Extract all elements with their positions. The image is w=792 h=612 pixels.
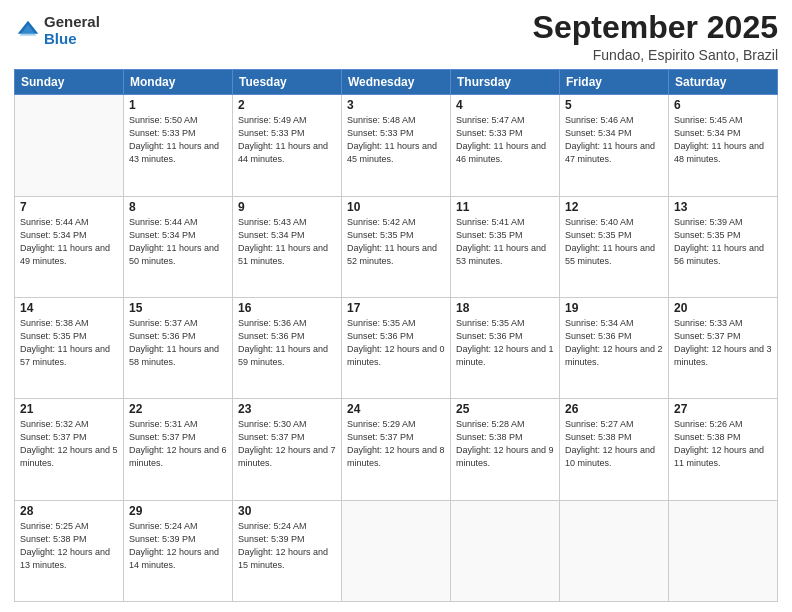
col-thursday: Thursday [451,70,560,95]
month-title: September 2025 [533,10,778,45]
day-info: Sunrise: 5:29 AMSunset: 5:37 PMDaylight:… [347,418,445,470]
day-info: Sunrise: 5:31 AMSunset: 5:37 PMDaylight:… [129,418,227,470]
table-cell: 25Sunrise: 5:28 AMSunset: 5:38 PMDayligh… [451,399,560,500]
day-number: 16 [238,301,336,315]
day-info: Sunrise: 5:33 AMSunset: 5:37 PMDaylight:… [674,317,772,369]
day-number: 4 [456,98,554,112]
table-cell: 28Sunrise: 5:25 AMSunset: 5:38 PMDayligh… [15,500,124,601]
table-cell: 24Sunrise: 5:29 AMSunset: 5:37 PMDayligh… [342,399,451,500]
col-sunday: Sunday [15,70,124,95]
day-number: 22 [129,402,227,416]
table-cell: 20Sunrise: 5:33 AMSunset: 5:37 PMDayligh… [669,297,778,398]
day-number: 25 [456,402,554,416]
day-info: Sunrise: 5:41 AMSunset: 5:35 PMDaylight:… [456,216,554,268]
day-info: Sunrise: 5:27 AMSunset: 5:38 PMDaylight:… [565,418,663,470]
day-info: Sunrise: 5:32 AMSunset: 5:37 PMDaylight:… [20,418,118,470]
day-number: 24 [347,402,445,416]
col-friday: Friday [560,70,669,95]
day-info: Sunrise: 5:30 AMSunset: 5:37 PMDaylight:… [238,418,336,470]
day-number: 6 [674,98,772,112]
table-cell: 1Sunrise: 5:50 AMSunset: 5:33 PMDaylight… [124,95,233,196]
day-number: 5 [565,98,663,112]
table-cell: 9Sunrise: 5:43 AMSunset: 5:34 PMDaylight… [233,196,342,297]
table-cell: 7Sunrise: 5:44 AMSunset: 5:34 PMDaylight… [15,196,124,297]
day-info: Sunrise: 5:43 AMSunset: 5:34 PMDaylight:… [238,216,336,268]
table-cell: 17Sunrise: 5:35 AMSunset: 5:36 PMDayligh… [342,297,451,398]
table-cell: 27Sunrise: 5:26 AMSunset: 5:38 PMDayligh… [669,399,778,500]
day-info: Sunrise: 5:28 AMSunset: 5:38 PMDaylight:… [456,418,554,470]
day-number: 9 [238,200,336,214]
day-number: 26 [565,402,663,416]
table-cell: 12Sunrise: 5:40 AMSunset: 5:35 PMDayligh… [560,196,669,297]
day-number: 28 [20,504,118,518]
logo-text: General Blue [44,14,100,47]
table-cell: 18Sunrise: 5:35 AMSunset: 5:36 PMDayligh… [451,297,560,398]
day-number: 30 [238,504,336,518]
table-cell: 30Sunrise: 5:24 AMSunset: 5:39 PMDayligh… [233,500,342,601]
header: General Blue September 2025 Fundao, Espi… [14,10,778,63]
table-cell: 8Sunrise: 5:44 AMSunset: 5:34 PMDaylight… [124,196,233,297]
day-number: 21 [20,402,118,416]
table-cell [560,500,669,601]
table-cell: 6Sunrise: 5:45 AMSunset: 5:34 PMDaylight… [669,95,778,196]
week-row-1: 1Sunrise: 5:50 AMSunset: 5:33 PMDaylight… [15,95,778,196]
col-tuesday: Tuesday [233,70,342,95]
table-cell: 19Sunrise: 5:34 AMSunset: 5:36 PMDayligh… [560,297,669,398]
week-row-5: 28Sunrise: 5:25 AMSunset: 5:38 PMDayligh… [15,500,778,601]
location-subtitle: Fundao, Espirito Santo, Brazil [533,47,778,63]
day-info: Sunrise: 5:24 AMSunset: 5:39 PMDaylight:… [129,520,227,572]
week-row-4: 21Sunrise: 5:32 AMSunset: 5:37 PMDayligh… [15,399,778,500]
day-info: Sunrise: 5:48 AMSunset: 5:33 PMDaylight:… [347,114,445,166]
table-cell [342,500,451,601]
logo: General Blue [14,14,100,47]
week-row-3: 14Sunrise: 5:38 AMSunset: 5:35 PMDayligh… [15,297,778,398]
table-cell: 22Sunrise: 5:31 AMSunset: 5:37 PMDayligh… [124,399,233,500]
day-info: Sunrise: 5:35 AMSunset: 5:36 PMDaylight:… [456,317,554,369]
day-number: 19 [565,301,663,315]
col-saturday: Saturday [669,70,778,95]
day-info: Sunrise: 5:36 AMSunset: 5:36 PMDaylight:… [238,317,336,369]
day-info: Sunrise: 5:44 AMSunset: 5:34 PMDaylight:… [129,216,227,268]
logo-icon [14,17,42,45]
table-cell [669,500,778,601]
table-cell: 3Sunrise: 5:48 AMSunset: 5:33 PMDaylight… [342,95,451,196]
day-info: Sunrise: 5:49 AMSunset: 5:33 PMDaylight:… [238,114,336,166]
col-monday: Monday [124,70,233,95]
day-info: Sunrise: 5:40 AMSunset: 5:35 PMDaylight:… [565,216,663,268]
day-number: 11 [456,200,554,214]
day-number: 27 [674,402,772,416]
day-info: Sunrise: 5:34 AMSunset: 5:36 PMDaylight:… [565,317,663,369]
table-cell [15,95,124,196]
day-number: 17 [347,301,445,315]
day-info: Sunrise: 5:25 AMSunset: 5:38 PMDaylight:… [20,520,118,572]
day-info: Sunrise: 5:24 AMSunset: 5:39 PMDaylight:… [238,520,336,572]
table-cell [451,500,560,601]
day-info: Sunrise: 5:39 AMSunset: 5:35 PMDaylight:… [674,216,772,268]
day-info: Sunrise: 5:47 AMSunset: 5:33 PMDaylight:… [456,114,554,166]
table-cell: 23Sunrise: 5:30 AMSunset: 5:37 PMDayligh… [233,399,342,500]
table-cell: 29Sunrise: 5:24 AMSunset: 5:39 PMDayligh… [124,500,233,601]
title-block: September 2025 Fundao, Espirito Santo, B… [533,10,778,63]
day-number: 14 [20,301,118,315]
table-cell: 11Sunrise: 5:41 AMSunset: 5:35 PMDayligh… [451,196,560,297]
day-info: Sunrise: 5:26 AMSunset: 5:38 PMDaylight:… [674,418,772,470]
day-number: 8 [129,200,227,214]
day-info: Sunrise: 5:35 AMSunset: 5:36 PMDaylight:… [347,317,445,369]
day-number: 13 [674,200,772,214]
day-info: Sunrise: 5:45 AMSunset: 5:34 PMDaylight:… [674,114,772,166]
day-number: 18 [456,301,554,315]
logo-general: General [44,14,100,31]
table-cell: 2Sunrise: 5:49 AMSunset: 5:33 PMDaylight… [233,95,342,196]
logo-blue: Blue [44,31,100,48]
day-info: Sunrise: 5:37 AMSunset: 5:36 PMDaylight:… [129,317,227,369]
day-info: Sunrise: 5:44 AMSunset: 5:34 PMDaylight:… [20,216,118,268]
table-cell: 5Sunrise: 5:46 AMSunset: 5:34 PMDaylight… [560,95,669,196]
table-cell: 10Sunrise: 5:42 AMSunset: 5:35 PMDayligh… [342,196,451,297]
day-info: Sunrise: 5:38 AMSunset: 5:35 PMDaylight:… [20,317,118,369]
header-row: Sunday Monday Tuesday Wednesday Thursday… [15,70,778,95]
day-number: 1 [129,98,227,112]
day-number: 20 [674,301,772,315]
day-info: Sunrise: 5:42 AMSunset: 5:35 PMDaylight:… [347,216,445,268]
day-info: Sunrise: 5:50 AMSunset: 5:33 PMDaylight:… [129,114,227,166]
page: General Blue September 2025 Fundao, Espi… [0,0,792,612]
